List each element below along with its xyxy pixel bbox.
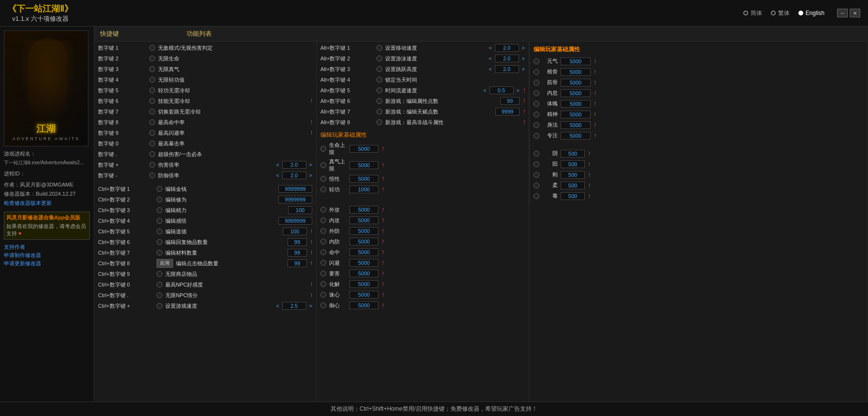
indicator-ctrl1[interactable] [157,186,162,192]
arrow-left-ctrlplus[interactable]: < [276,303,279,309]
minimize-button[interactable]: ─ [837,9,848,17]
indicator-ctrl4[interactable] [157,218,162,224]
indicator-num4[interactable] [149,77,155,83]
value-alt2[interactable] [495,55,519,62]
input-wg[interactable] [349,206,378,214]
support-author-link[interactable]: 支持作者 [4,244,90,251]
indicator-nf[interactable] [320,239,326,244]
input-du[interactable] [561,192,585,200]
indicator-ctrlplus[interactable] [157,303,162,309]
value-alt3[interactable] [495,65,519,73]
indicator-mz[interactable] [320,249,326,255]
indicator-zhuanz[interactable] [534,133,539,139]
arrow-right-alt1[interactable]: > [522,45,525,51]
indicator-num8[interactable] [149,119,155,125]
indicator-wu[interactable] [320,176,326,182]
arrow-left-numplus[interactable]: < [276,162,279,168]
arrow-right-ctrlplus[interactable]: > [309,303,312,309]
indicator-yh[interactable] [320,271,326,276]
indicator-ctrl2[interactable] [157,197,162,202]
indicator-numminus[interactable] [149,172,155,178]
indicator-num2[interactable] [149,56,155,61]
indicator-ctrl9[interactable] [157,271,162,277]
input-tipo[interactable] [561,100,591,108]
arrow-left-alt2[interactable]: < [489,56,492,61]
indicator-qg[interactable] [320,186,326,192]
input-yh[interactable] [349,270,378,277]
indicator-gang[interactable] [534,172,539,178]
indicator-ctrl7[interactable] [157,250,162,256]
lang-english[interactable]: English [798,10,825,16]
indicator-alt5[interactable] [376,87,382,93]
indicator-num7[interactable] [149,109,155,115]
input-alt6[interactable] [500,97,520,105]
input-jings[interactable] [561,111,591,118]
indicator-ctrl6[interactable] [157,239,162,245]
input-wu[interactable] [349,175,378,183]
input-zx[interactable] [349,291,378,299]
indicator-yang[interactable] [534,161,539,167]
indicator-rou[interactable] [534,183,539,188]
input-hp[interactable] [349,145,378,153]
indicator-zx[interactable] [320,292,326,298]
indicator-hp[interactable] [320,146,326,152]
input-qg[interactable] [349,186,378,193]
input-ctrl6[interactable] [288,238,307,246]
indicator-qi[interactable] [320,162,326,168]
indicator-num3[interactable] [149,66,155,72]
input-yang[interactable] [561,160,585,168]
indicator-tipo[interactable] [534,101,539,107]
value-ctrlplus[interactable] [282,302,306,310]
input-ctrl1[interactable] [278,185,312,193]
input-yin[interactable] [561,150,585,158]
indicator-alt2[interactable] [376,56,382,61]
value-alt5[interactable] [490,86,514,94]
arrow-right-alt5[interactable]: > [517,87,520,93]
indicator-gengu[interactable] [534,69,539,75]
indicator-numplus[interactable] [149,162,155,168]
apply-button-ctrl8[interactable]: 应用 [157,259,173,268]
indicator-alt8[interactable] [376,119,382,125]
indicator-yuanqi[interactable] [534,58,539,64]
indicator-num5[interactable] [149,87,155,93]
indicator-alt4[interactable] [376,77,382,83]
indicator-num6[interactable] [149,98,155,104]
close-button[interactable]: ✕ [850,9,860,17]
indicator-num9[interactable] [149,130,155,136]
input-rou[interactable] [561,182,585,189]
indicator-alt6[interactable] [376,98,382,104]
input-ctrl4[interactable] [278,217,312,225]
arrow-left-alt3[interactable]: < [489,66,492,72]
indicator-sb[interactable] [320,260,326,266]
lang-simplified[interactable]: 简体 [743,9,762,17]
indicator-wf[interactable] [320,228,326,234]
input-qi[interactable] [349,161,378,169]
indicator-alt7[interactable] [376,109,382,115]
indicator-ng[interactable] [320,217,326,223]
input-ctrl8[interactable] [288,259,307,267]
indicator-wg[interactable] [320,207,326,213]
input-ctrl7[interactable] [288,249,307,257]
input-yuanqi[interactable] [561,57,591,65]
input-hj[interactable] [349,280,378,288]
member-link[interactable]: 风灵月影修改器合集App会员版 [6,214,87,221]
value-alt1[interactable] [495,44,519,52]
indicator-numdot[interactable] [149,151,155,157]
input-ctrl3[interactable] [288,206,312,214]
input-zhuanz[interactable] [561,132,591,140]
indicator-nexi[interactable] [534,90,539,96]
arrow-left-alt5[interactable]: < [483,87,486,93]
input-mz[interactable] [349,248,378,256]
indicator-hj[interactable] [320,281,326,287]
input-ctrl5[interactable] [283,228,307,235]
indicator-ctrldot[interactable] [157,292,162,298]
indicator-jings[interactable] [534,112,539,117]
request-update-link[interactable]: 申请更新修改器 [4,260,90,267]
input-shenf[interactable] [561,121,591,129]
lang-traditional[interactable]: 繁体 [771,9,790,17]
indicator-ctrl3[interactable] [157,207,162,213]
indicator-du[interactable] [534,193,539,199]
input-alt7[interactable] [495,108,520,115]
arrow-right-alt3[interactable]: > [522,66,525,72]
input-wf[interactable] [349,227,378,235]
